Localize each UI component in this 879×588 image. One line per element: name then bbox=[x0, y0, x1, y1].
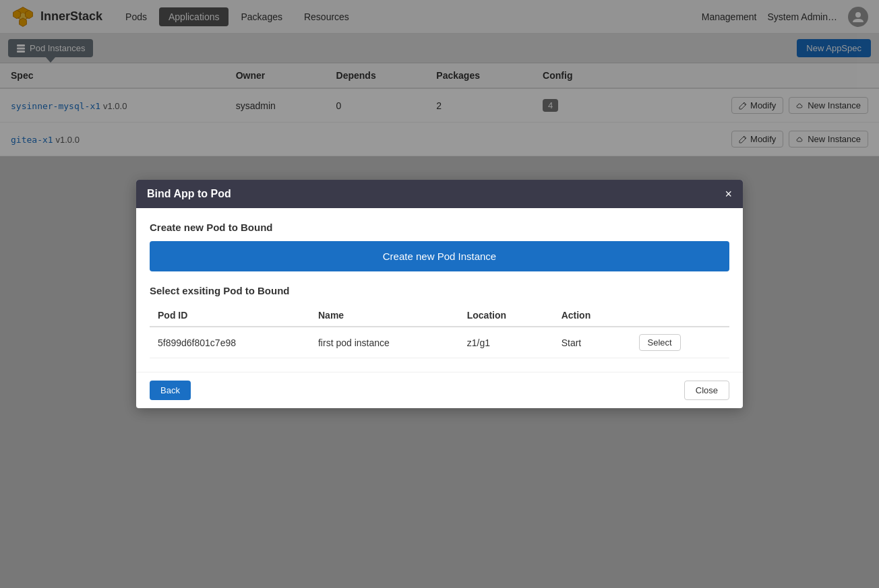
modal-overlay: Bind App to Pod × Create new Pod to Boun… bbox=[0, 0, 879, 156]
